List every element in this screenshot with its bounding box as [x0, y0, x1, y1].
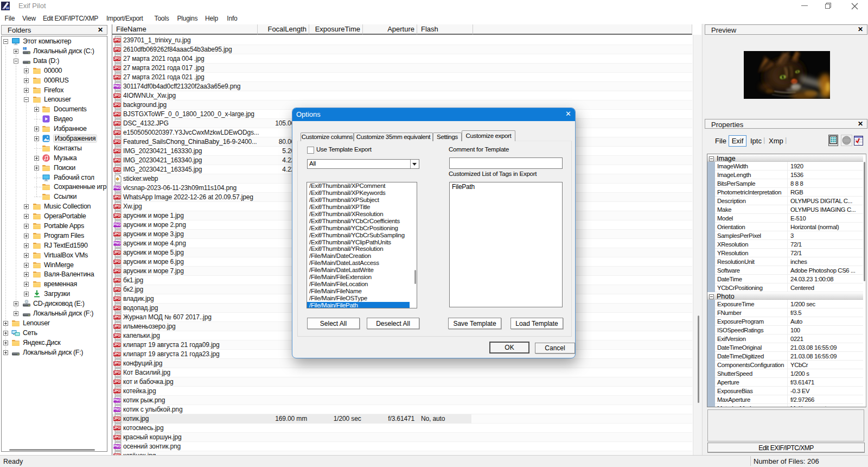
svg-text:JPG: JPG — [114, 370, 121, 374]
svg-text:JPG: JPG — [114, 296, 121, 300]
svg-text:JPG: JPG — [114, 250, 121, 254]
svg-text:JPG: JPG — [114, 380, 121, 383]
svg-text:JPG: JPG — [114, 435, 121, 439]
svg-text:JPG: JPG — [114, 343, 121, 346]
svg-text:JPG: JPG — [114, 269, 121, 273]
svg-text:JPG: JPG — [114, 324, 121, 328]
svg-text:JPG: JPG — [114, 195, 121, 199]
svg-text:JPG: JPG — [114, 47, 121, 51]
svg-text:JPG: JPG — [114, 130, 121, 134]
svg-text:JPG: JPG — [114, 56, 121, 60]
svg-text:PNG: PNG — [113, 186, 121, 190]
svg-text:JPG: JPG — [114, 149, 121, 153]
svg-text:JPG: JPG — [114, 278, 121, 282]
svg-text:JPG: JPG — [114, 38, 121, 42]
svg-text:JPG: JPG — [114, 426, 121, 430]
svg-text:JPG: JPG — [114, 140, 121, 143]
svg-text:JPG: JPG — [114, 361, 121, 365]
svg-text:PNG: PNG — [113, 407, 121, 411]
svg-text:JPG: JPG — [114, 389, 121, 393]
svg-text:JPG: JPG — [114, 232, 121, 236]
svg-text:JPG: JPG — [114, 112, 121, 116]
svg-text:JPG: JPG — [114, 66, 121, 70]
svg-text:PNG: PNG — [113, 84, 121, 88]
svg-text:JPG: JPG — [114, 352, 121, 356]
svg-text:PNG: PNG — [113, 223, 121, 226]
svg-text:JPG: JPG — [114, 75, 121, 79]
svg-text:JPG: JPG — [114, 315, 121, 319]
svg-text:JPG: JPG — [114, 167, 121, 171]
svg-text:PNG: PNG — [113, 444, 121, 448]
svg-text:JPG: JPG — [114, 213, 121, 217]
svg-text:PNG: PNG — [113, 398, 121, 402]
svg-text:JPG: JPG — [114, 260, 121, 263]
svg-text:JPG: JPG — [114, 306, 121, 310]
svg-text:JPG: JPG — [114, 93, 121, 97]
svg-text:JPG: JPG — [114, 416, 121, 420]
svg-text:JPG: JPG — [114, 204, 121, 208]
svg-text:JPG: JPG — [114, 103, 121, 106]
svg-text:JPG: JPG — [114, 287, 121, 291]
svg-text:PNG: PNG — [113, 241, 121, 245]
svg-text:JPG: JPG — [114, 158, 121, 162]
svg-text:JPG: JPG — [114, 121, 121, 125]
svg-text:JPG: JPG — [114, 333, 121, 337]
